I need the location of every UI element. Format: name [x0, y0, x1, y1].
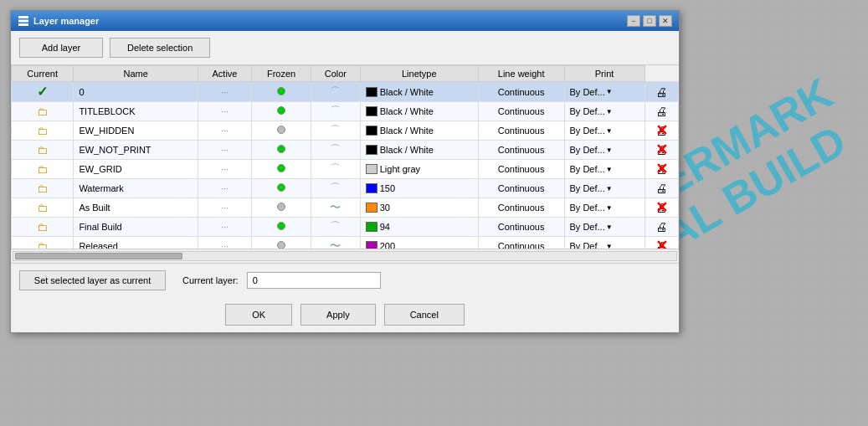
cell-active[interactable]: [252, 102, 311, 121]
cell-lineweight[interactable]: By Def... ▼: [564, 179, 645, 198]
cell-active-dots: ···: [198, 141, 251, 160]
cell-linetype[interactable]: Continuous: [478, 121, 564, 141]
cell-color[interactable]: 94: [360, 218, 478, 237]
cell-lineweight[interactable]: By Def... ▼: [564, 102, 645, 121]
delete-selection-button[interactable]: Delete selection: [110, 38, 210, 58]
cell-print[interactable]: 🖨✕: [645, 160, 679, 179]
cell-print[interactable]: 🖨: [645, 218, 679, 237]
table-row[interactable]: 🗀Watermark···⌒ 150 ContinuousBy Def... ▼…: [12, 179, 679, 198]
cell-linetype[interactable]: Continuous: [478, 141, 564, 160]
table-row[interactable]: 🗀Released···〜 200 ContinuousBy Def... ▼🖨…: [12, 237, 679, 250]
cell-lineweight[interactable]: By Def... ▼: [564, 198, 645, 218]
table-body: ✓0···⌒ Black / White ContinuousBy Def...…: [12, 82, 679, 250]
cell-linetype[interactable]: Continuous: [478, 160, 564, 179]
current-layer-label: Current layer:: [182, 275, 239, 285]
col-header-name: Name: [74, 66, 198, 82]
cell-frozen[interactable]: 〜: [311, 237, 360, 250]
cell-print[interactable]: 🖨✕: [645, 198, 679, 218]
col-header-active: Active: [198, 66, 251, 82]
cell-active[interactable]: [252, 141, 311, 160]
table-row[interactable]: 🗀TITLEBLOCK···⌒ Black / White Continuous…: [12, 102, 679, 121]
cell-lineweight[interactable]: By Def... ▼: [564, 82, 645, 102]
set-current-button[interactable]: Set selected layer as current: [19, 270, 166, 290]
cell-color[interactable]: 150: [360, 179, 478, 198]
dialog-title: Layer manager: [33, 16, 99, 26]
cancel-button[interactable]: Cancel: [384, 304, 465, 326]
table-row[interactable]: 🗀EW_NOT_PRINT···⌒ Black / White Continuo…: [12, 141, 679, 160]
add-layer-button[interactable]: Add layer: [19, 38, 103, 58]
cell-frozen[interactable]: ⌒: [311, 218, 360, 237]
cell-name: EW_HIDDEN: [74, 121, 198, 141]
cell-linetype[interactable]: Continuous: [478, 218, 564, 237]
cell-color[interactable]: Black / White: [360, 102, 478, 121]
cell-color[interactable]: 200: [360, 237, 478, 250]
minimize-button[interactable]: −: [627, 15, 640, 27]
cell-color[interactable]: Light gray: [360, 160, 478, 179]
col-header-linetype: Linetype: [360, 66, 478, 82]
table-row[interactable]: 🗀EW_GRID···⌒ Light gray ContinuousBy Def…: [12, 160, 679, 179]
cell-name: As Built: [74, 198, 198, 218]
cell-print[interactable]: 🖨✕: [645, 141, 679, 160]
cell-linetype[interactable]: Continuous: [478, 179, 564, 198]
svg-rect-0: [18, 16, 28, 18]
cell-print[interactable]: 🖨: [645, 82, 679, 102]
cell-name: Released: [74, 237, 198, 250]
col-header-frozen: Frozen: [252, 66, 311, 82]
ok-button[interactable]: OK: [225, 304, 292, 326]
cell-frozen[interactable]: ⌒: [311, 141, 360, 160]
cell-print[interactable]: 🖨✕: [645, 237, 679, 250]
close-button[interactable]: ✕: [659, 15, 672, 27]
cell-current: 🗀: [12, 160, 74, 179]
cell-name: Final Build: [74, 218, 198, 237]
cell-lineweight[interactable]: By Def... ▼: [564, 237, 645, 250]
maximize-button[interactable]: □: [643, 15, 656, 27]
cell-print[interactable]: 🖨✕: [645, 121, 679, 141]
cell-lineweight[interactable]: By Def... ▼: [564, 218, 645, 237]
cell-name: EW_NOT_PRINT: [74, 141, 198, 160]
cell-active-dots: ···: [198, 160, 251, 179]
cell-frozen[interactable]: ⌒: [311, 121, 360, 141]
cell-frozen[interactable]: ⌒: [311, 102, 360, 121]
title-bar: Layer manager − □ ✕: [11, 11, 679, 31]
table-row[interactable]: ✓0···⌒ Black / White ContinuousBy Def...…: [12, 82, 679, 102]
cell-frozen[interactable]: ⌒: [311, 82, 360, 102]
cell-color[interactable]: Black / White: [360, 82, 478, 102]
cell-linetype[interactable]: Continuous: [478, 237, 564, 250]
cell-active[interactable]: [252, 82, 311, 102]
table-row[interactable]: 🗀EW_HIDDEN···⌒ Black / White ContinuousB…: [12, 121, 679, 141]
cell-lineweight[interactable]: By Def... ▼: [564, 141, 645, 160]
cell-frozen[interactable]: ⌒: [311, 160, 360, 179]
cell-active[interactable]: [252, 237, 311, 250]
cell-linetype[interactable]: Continuous: [478, 198, 564, 218]
horizontal-scrollbar[interactable]: [13, 251, 677, 261]
cell-active[interactable]: [252, 160, 311, 179]
scrollbar-row: [11, 249, 679, 264]
table-header-row: Current Name Active Frozen Color Linetyp…: [12, 66, 679, 82]
cell-print[interactable]: 🖨: [645, 102, 679, 121]
cell-name: 0: [74, 82, 198, 102]
cell-active[interactable]: [252, 121, 311, 141]
current-layer-input[interactable]: [247, 272, 381, 289]
cell-active[interactable]: [252, 218, 311, 237]
cell-active[interactable]: [252, 198, 311, 218]
scroll-thumb[interactable]: [15, 253, 182, 259]
cell-lineweight[interactable]: By Def... ▼: [564, 121, 645, 141]
cell-name: Watermark: [74, 179, 198, 198]
cell-color[interactable]: Black / White: [360, 121, 478, 141]
cell-active[interactable]: [252, 179, 311, 198]
cell-current: 🗀: [12, 102, 74, 121]
cell-current: 🗀: [12, 121, 74, 141]
cell-lineweight[interactable]: By Def... ▼: [564, 160, 645, 179]
cell-color[interactable]: Black / White: [360, 141, 478, 160]
cell-frozen[interactable]: ⌒: [311, 179, 360, 198]
cell-color[interactable]: 30: [360, 198, 478, 218]
cell-print[interactable]: 🖨: [645, 179, 679, 198]
cell-linetype[interactable]: Continuous: [478, 102, 564, 121]
table-row[interactable]: 🗀Final Build···⌒ 94 ContinuousBy Def... …: [12, 218, 679, 237]
table-row[interactable]: 🗀As Built···〜 30 ContinuousBy Def... ▼🖨✕: [12, 198, 679, 218]
col-header-color: Color: [311, 66, 360, 82]
cell-linetype[interactable]: Continuous: [478, 82, 564, 102]
cell-frozen[interactable]: 〜: [311, 198, 360, 218]
col-header-print: Print: [564, 66, 645, 82]
apply-button[interactable]: Apply: [300, 304, 376, 326]
